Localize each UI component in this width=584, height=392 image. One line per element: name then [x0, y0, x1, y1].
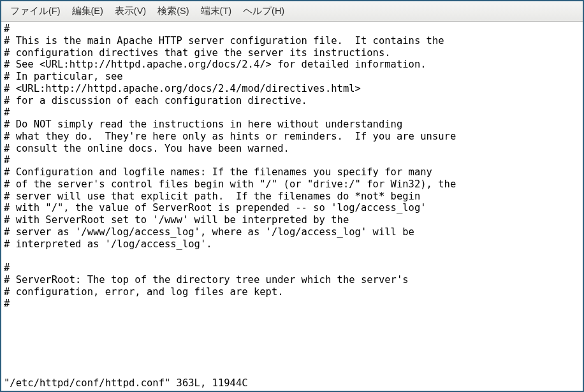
menu-edit[interactable]: 編集(E) [67, 4, 108, 18]
terminal-area[interactable]: # # This is the main Apache HTTP server … [1, 22, 583, 391]
menu-help[interactable]: ヘルプ(H) [238, 4, 289, 18]
menu-search[interactable]: 検索(S) [152, 4, 194, 18]
menu-file[interactable]: ファイル(F) [5, 4, 66, 18]
menu-view[interactable]: 表示(V) [110, 4, 151, 18]
vim-status-line: "/etc/httpd/conf/httpd.conf" 363L, 11944… [4, 377, 580, 389]
menubar: ファイル(F) 編集(E) 表示(V) 検索(S) 端末(T) ヘルプ(H) [1, 1, 583, 22]
menu-terminal[interactable]: 端末(T) [196, 4, 237, 18]
editor-content: # # This is the main Apache HTTP server … [4, 23, 580, 377]
